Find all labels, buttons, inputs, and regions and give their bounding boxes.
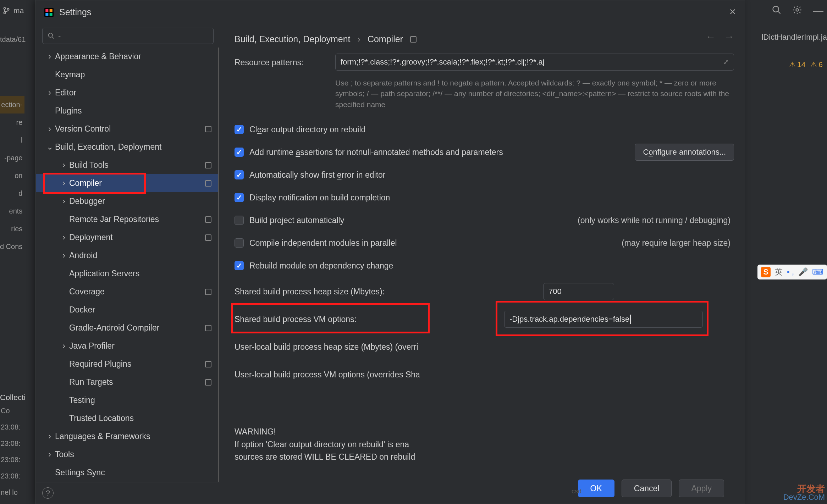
- search-icon[interactable]: [772, 5, 782, 17]
- resource-patterns-label: Resource patterns:: [235, 54, 327, 67]
- vm-options-input[interactable]: -Djps.track.ap.dependencies=false: [504, 311, 703, 328]
- collections-fragment: Collecti: [0, 393, 26, 402]
- breadcrumb-item[interactable]: Compiler: [368, 34, 403, 44]
- parallel-compile-checkbox[interactable]: Compile independent modules in parallel …: [235, 234, 734, 252]
- tree-item-coverage[interactable]: Coverage: [36, 283, 218, 301]
- tree-item-testing[interactable]: Testing: [36, 391, 218, 409]
- tree-item-android[interactable]: ›Android: [36, 247, 218, 265]
- scope-badge-icon: [205, 361, 211, 367]
- checkbox-icon: [235, 148, 244, 157]
- breadcrumb-item[interactable]: Build, Execution, Deployment: [235, 34, 351, 44]
- chevron-right-icon: ›: [59, 341, 69, 351]
- terminal-fragment: Co 23:08: 23:08: 23:08: 23:08: nel lo: [0, 403, 21, 500]
- tree-item-label: Deployment: [69, 233, 113, 242]
- tree-item-required-plugins[interactable]: Required Plugins: [36, 355, 218, 373]
- clear-output-checkbox[interactable]: Clear output directory on rebuild: [235, 121, 734, 138]
- ok-button[interactable]: OK: [578, 480, 614, 497]
- chevron-right-icon: ›: [59, 233, 69, 242]
- tree-item-trusted-locations[interactable]: Trusted Locations: [36, 409, 218, 427]
- tree-item-languages-frameworks[interactable]: ›Languages & Frameworks: [36, 427, 218, 445]
- tree-item-gradle-android-compiler[interactable]: Gradle-Android Compiler: [36, 319, 218, 337]
- checkbox-icon: [235, 216, 244, 225]
- tree-item-label: Required Plugins: [69, 359, 131, 369]
- tree-item-deployment[interactable]: ›Deployment: [36, 228, 218, 247]
- warning-indicator-2[interactable]: ⚠ 6: [810, 60, 823, 69]
- watermark: 开发者 DevZe.CoM: [783, 484, 825, 501]
- tree-item-settings-sync[interactable]: Settings Sync: [36, 464, 218, 482]
- tree-item-run-targets[interactable]: Run Targets: [36, 373, 218, 391]
- tree-item-java-profiler[interactable]: ›Java Profiler: [36, 337, 218, 355]
- minimize-icon[interactable]: —: [813, 5, 823, 17]
- expand-icon[interactable]: ⤢: [723, 58, 729, 66]
- dialog-titlebar: Settings: [36, 0, 745, 24]
- build-auto-checkbox[interactable]: Build project automatically (only works …: [235, 211, 734, 229]
- svg-rect-9: [50, 13, 53, 16]
- editor-tab-fragment: lDictHandlerImpl.ja: [761, 33, 827, 42]
- cancel-button[interactable]: Cancel: [622, 480, 672, 497]
- ime-keyboard-icon[interactable]: ⌨: [812, 267, 823, 277]
- close-icon: [729, 8, 736, 15]
- local-heap-label: User-local build process heap size (Mbyt…: [235, 342, 504, 352]
- tree-item-label: Application Servers: [69, 269, 139, 278]
- scope-badge-icon: [205, 126, 211, 132]
- tree-item-keymap[interactable]: Keymap: [36, 66, 218, 84]
- scope-badge-icon: [205, 180, 211, 187]
- notify-on-build-checkbox[interactable]: Display notification on build completion: [235, 189, 734, 206]
- vcs-branch[interactable]: ma: [3, 6, 24, 15]
- side-note: (only works while not running / debuggin…: [578, 216, 734, 225]
- left-panel-fragment: ection- re l -page on d ents ries d Cons: [0, 96, 24, 255]
- tree-item-application-servers[interactable]: Application Servers: [36, 265, 218, 283]
- tree-item-label: Build, Execution, Deployment: [55, 142, 161, 152]
- show-first-error-checkbox[interactable]: Automatically show first error in editor: [235, 166, 734, 184]
- ime-mic-icon[interactable]: 🎤: [798, 267, 808, 277]
- tree-item-editor[interactable]: ›Editor: [36, 84, 218, 102]
- tree-item-label: Plugins: [55, 106, 82, 116]
- nav-forward-button[interactable]: →: [724, 31, 734, 43]
- apply-button[interactable]: Apply: [679, 480, 724, 497]
- tree-item-label: Languages & Frameworks: [55, 432, 150, 441]
- chevron-right-icon: ›: [59, 251, 69, 260]
- warning-indicator-1[interactable]: ⚠ 14: [789, 60, 805, 69]
- tree-item-label: Java Profiler: [69, 341, 115, 351]
- ime-toolbar[interactable]: S 英 • , 🎤 ⌨: [757, 265, 827, 279]
- branch-icon: [3, 7, 10, 14]
- tree-item-version-control[interactable]: ›Version Control: [36, 120, 218, 138]
- tree-item-compiler[interactable]: ›Compiler: [36, 174, 218, 192]
- chevron-right-icon: ›: [44, 52, 55, 61]
- svg-point-10: [49, 33, 53, 38]
- watermark-csdn: csd: [572, 488, 581, 495]
- tree-item-build-execution-deployment[interactable]: ⌄Build, Execution, Deployment: [36, 138, 218, 156]
- add-assertions-checkbox[interactable]: Add runtime assertions for notnull-annot…: [235, 143, 734, 161]
- inspection-indicators[interactable]: ⚠ 14 ⚠ 6: [789, 60, 823, 69]
- gear-icon[interactable]: [792, 5, 802, 17]
- settings-sidebar: - ›Appearance & BehaviorKeymap›EditorPlu…: [36, 24, 220, 504]
- dialog-title: Settings: [59, 7, 91, 17]
- ime-punct-icon[interactable]: • ,: [787, 267, 794, 277]
- tree-item-tools[interactable]: ›Tools: [36, 445, 218, 464]
- help-button[interactable]: ?: [42, 487, 54, 499]
- tree-item-label: Compiler: [69, 178, 102, 188]
- close-button[interactable]: [729, 7, 736, 18]
- tree-item-appearance-behavior[interactable]: ›Appearance & Behavior: [36, 48, 218, 66]
- chevron-right-icon: ›: [44, 432, 55, 441]
- tree-item-remote-jar-repositories[interactable]: Remote Jar Repositories: [36, 210, 218, 228]
- tree-item-debugger[interactable]: ›Debugger: [36, 192, 218, 210]
- heap-size-input[interactable]: [543, 283, 614, 300]
- rebuild-dep-checkbox[interactable]: Rebuild module on dependency change: [235, 257, 734, 275]
- svg-point-3: [773, 6, 779, 12]
- resource-patterns-input[interactable]: form;!?*.class;!?*.groovy;!?*.scala;!?*.…: [335, 54, 734, 71]
- ime-lang[interactable]: 英: [775, 267, 783, 277]
- settings-tree[interactable]: ›Appearance & BehaviorKeymap›EditorPlugi…: [36, 48, 220, 482]
- nav-back-button[interactable]: ←: [706, 31, 716, 43]
- scope-badge-icon: [205, 216, 211, 223]
- tree-item-build-tools[interactable]: ›Build Tools: [36, 156, 218, 174]
- search-input[interactable]: -: [42, 28, 214, 44]
- chevron-right-icon: ›: [44, 124, 55, 134]
- scope-badge-icon: [205, 162, 211, 168]
- tree-item-plugins[interactable]: Plugins: [36, 102, 218, 120]
- svg-point-0: [4, 7, 6, 9]
- configure-annotations-button[interactable]: Configure annotations...: [635, 144, 734, 161]
- tree-item-label: Editor: [55, 88, 76, 98]
- tree-item-docker[interactable]: Docker: [36, 301, 218, 319]
- side-note: (may require larger heap size): [622, 238, 734, 248]
